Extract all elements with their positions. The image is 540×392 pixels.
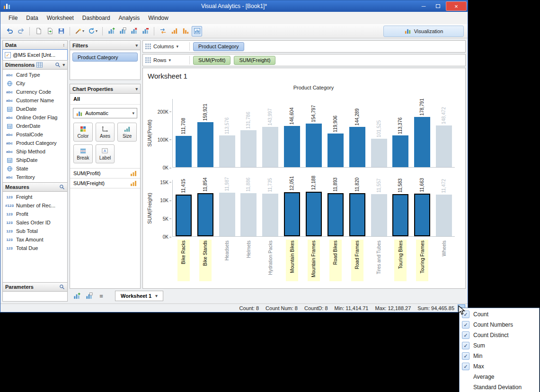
menu-file[interactable]: File <box>4 13 22 23</box>
clear-worksheet-button[interactable] <box>140 26 150 36</box>
measure-item-sub-total[interactable]: 123Sub Total <box>3 227 67 235</box>
dimension-item-customer-name[interactable]: abcCustomer Name <box>3 96 67 105</box>
chart-type-select[interactable]: Automatic ▾ <box>73 108 137 118</box>
add-worksheet-button[interactable] <box>106 26 116 36</box>
bar-helmets[interactable] <box>240 130 257 167</box>
category-label-touring-frames[interactable]: Touring Frames <box>420 240 425 274</box>
rows-pill-sum-freight[interactable]: SUM(Freight) <box>234 56 275 65</box>
dimension-item-territory[interactable]: abcTerritory <box>3 173 67 181</box>
bar-helmets[interactable] <box>240 193 257 236</box>
menu-data[interactable]: Data <box>22 13 42 23</box>
bar-mountain-bikes[interactable] <box>284 192 300 236</box>
dimensions-header[interactable]: Dimensions ▾ <box>2 60 68 70</box>
bar-road-frames[interactable] <box>349 127 365 167</box>
format-button[interactable]: ▾ <box>73 26 86 36</box>
dimension-item-orderdate[interactable]: OrderDate <box>3 122 67 130</box>
search-icon[interactable] <box>55 62 61 68</box>
bar-hydration-packs[interactable] <box>262 127 278 167</box>
menu-item-sum[interactable]: ✓Sum <box>460 340 538 351</box>
dimension-item-card-type[interactable]: abcCard Type <box>3 71 67 79</box>
bar-touring-frames[interactable] <box>414 117 430 167</box>
swap-axes-button[interactable] <box>158 26 168 36</box>
chart-properties-header[interactable]: Chart Properties ▾ <box>70 84 140 94</box>
minimize-button[interactable]: ─ <box>416 1 431 11</box>
bar-bike-stands[interactable] <box>197 122 213 167</box>
redo-button[interactable] <box>16 26 26 36</box>
menu-worksheet[interactable]: Worksheet <box>43 13 78 23</box>
new-worksheet-icon[interactable] <box>71 291 82 301</box>
measure-item-total-due[interactable]: 123Total Due <box>3 244 67 252</box>
bar-tires-and-tubes[interactable] <box>371 194 387 236</box>
category-label-mountain-bikes[interactable]: Mountain Bikes <box>290 240 295 274</box>
menu-item-count[interactable]: ✓Count <box>460 309 538 320</box>
chevron-down-icon[interactable]: ▾ <box>62 62 65 67</box>
sort-icon[interactable]: ↕ <box>63 43 65 47</box>
dimension-item-product-category[interactable]: abcProduct Category <box>3 139 67 147</box>
search-icon[interactable] <box>59 284 65 290</box>
bar-road-bikes[interactable] <box>328 193 344 236</box>
refresh-button[interactable]: ▾ <box>87 26 99 36</box>
break-button[interactable]: Break <box>73 144 93 163</box>
dimension-item-state[interactable]: State <box>3 164 67 173</box>
search-icon[interactable] <box>59 184 65 190</box>
bar-mountain-frames[interactable] <box>306 192 322 236</box>
show-me-button[interactable] <box>192 26 202 36</box>
bar-tires-and-tubes[interactable] <box>371 139 387 167</box>
dimension-item-currency-code[interactable]: abcCurrency Code <box>3 88 67 96</box>
bar-road-bikes[interactable] <box>328 134 344 167</box>
menu-item-max[interactable]: ✓Max <box>460 361 538 372</box>
new-workbook-button[interactable] <box>33 26 44 36</box>
dimension-item-online-order-flag[interactable]: abcOnline Order Flag <box>3 113 67 122</box>
filters-header[interactable]: Filters ▾ <box>70 41 140 50</box>
menu-item-standard-deviation[interactable]: Standard Deviation <box>460 382 538 392</box>
category-label-headsets[interactable]: Headsets <box>224 240 230 261</box>
menu-analysis[interactable]: Analysis <box>115 13 144 23</box>
bar-touring-frames[interactable] <box>414 194 430 236</box>
bar-bike-racks[interactable] <box>176 195 192 236</box>
menu-item-average[interactable]: Average <box>460 372 538 382</box>
bar-headsets[interactable] <box>219 135 235 167</box>
measure-item-freight[interactable]: 123Freight <box>3 193 67 201</box>
axes-button[interactable]: Axes <box>96 123 115 142</box>
measure-slot-sum-profit[interactable]: SUM(Profit) <box>70 169 140 178</box>
measures-header[interactable]: Measures <box>2 182 68 192</box>
bar-bike-racks[interactable] <box>176 136 192 167</box>
category-label-touring-bikes[interactable]: Touring Bikes <box>398 240 403 270</box>
data-source-item[interactable]: ✓ @MS Excel [Unt... <box>2 49 68 61</box>
category-label-mountain-frames[interactable]: Mountain Frames <box>311 240 316 278</box>
dimension-item-postalcode[interactable]: abcPostalCode <box>3 130 67 139</box>
measure-item-sales-order-id[interactable]: 123Sales Order ID <box>3 218 67 227</box>
measure-item-tax-amount[interactable]: 123Tax Amount <box>3 235 67 244</box>
visualization-button[interactable]: Visualization <box>383 26 464 37</box>
filter-pill-product-category[interactable]: Product Category <box>72 53 138 62</box>
menu-dashboard[interactable]: Dashboard <box>78 13 115 23</box>
category-label-bike-racks[interactable]: Bike Racks <box>181 240 186 265</box>
maximize-button[interactable] <box>431 1 445 11</box>
duplicate-worksheet-icon[interactable] <box>84 291 94 301</box>
size-button[interactable]: Size <box>117 123 137 142</box>
worksheet-tab[interactable]: Worksheet 1 ▾ <box>115 291 163 301</box>
menu-item-count-distinct[interactable]: ✓Count Distinct <box>460 330 538 340</box>
category-label-bike-stands[interactable]: Bike Stands <box>203 240 208 267</box>
category-label-road-bikes[interactable]: Road Bikes <box>333 240 338 266</box>
columns-pill-product-category[interactable]: Product Category <box>193 42 244 51</box>
category-label-hydration-packs[interactable]: Hydration Packs <box>268 240 273 276</box>
color-button[interactable]: Color <box>73 123 93 142</box>
bar-bike-stands[interactable] <box>197 193 213 236</box>
export-button[interactable] <box>44 26 55 36</box>
rows-shelf-head[interactable]: Rows ▾ <box>145 57 186 63</box>
bar-touring-bikes[interactable] <box>392 194 408 236</box>
bar-mountain-bikes[interactable] <box>284 126 300 167</box>
save-button[interactable] <box>56 26 66 36</box>
sheet-list-icon[interactable]: ≡ <box>96 291 106 301</box>
close-button[interactable]: × <box>446 1 467 11</box>
dimension-item-city[interactable]: City <box>3 79 67 88</box>
bar-touring-bikes[interactable] <box>392 135 408 167</box>
bar-wheels[interactable] <box>436 195 452 236</box>
sort-ascending-button[interactable] <box>169 26 179 36</box>
measure-item-number-of-rec[interactable]: #123Number of Rec... <box>3 201 67 210</box>
category-label-road-frames[interactable]: Road Frames <box>354 240 360 270</box>
sort-descending-button[interactable] <box>180 26 191 36</box>
dimension-item-shipdate[interactable]: ShipDate <box>3 156 67 164</box>
rows-pill-sum-profit[interactable]: SUM(Profit) <box>193 56 230 65</box>
